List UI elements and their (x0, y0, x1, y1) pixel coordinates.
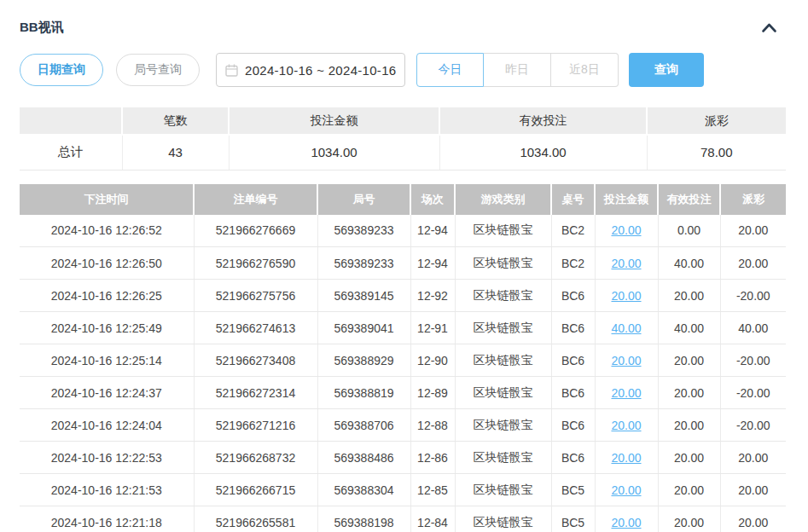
cell-bet-amount: 20.00 (595, 474, 658, 506)
cell-bet-time: 2024-10-16 12:24:37 (20, 377, 194, 409)
cell-game-type: 区块链骰宝 (455, 344, 551, 377)
cell-order-no: 521966272314 (194, 377, 317, 409)
calendar-icon (225, 64, 238, 77)
bet-amount-link[interactable]: 20.00 (611, 419, 641, 432)
cell-table-no: BC6 (551, 377, 595, 409)
cell-round-no: 569389145 (317, 280, 410, 312)
cell-bet-amount: 20.00 (595, 377, 658, 409)
cell-bet-amount: 20.00 (595, 344, 658, 377)
cell-round-no: 569388706 (317, 409, 410, 442)
date-range-value: 2024-10-16 ~ 2024-10-16 (245, 63, 396, 78)
cell-table-no: BC5 (551, 474, 595, 506)
cell-bet-amount: 20.00 (595, 215, 658, 247)
cell-valid-bet: 0.00 (658, 215, 720, 247)
cell-payout: -20.00 (720, 409, 786, 442)
cell-table-no: BC6 (551, 409, 595, 442)
today-button[interactable]: 今日 (416, 53, 484, 87)
cell-valid-bet: 20.00 (658, 409, 720, 442)
bet-amount-link[interactable]: 20.00 (611, 483, 641, 497)
bet-amount-link[interactable]: 20.00 (611, 257, 641, 270)
cell-payout: 40.00 (720, 312, 786, 344)
table-row: 2024-10-16 12:26:52521966276669569389233… (20, 215, 786, 247)
yesterday-button[interactable]: 昨日 (484, 53, 551, 87)
cell-bet-time: 2024-10-16 12:21:53 (20, 474, 194, 506)
collapse-chevron-up-icon[interactable] (761, 22, 786, 33)
date-query-button[interactable]: 日期查询 (20, 54, 103, 86)
table-row: 2024-10-16 12:21:18521966265581569388198… (20, 506, 786, 532)
cell-table-no: BC6 (551, 312, 595, 344)
bet-amount-link[interactable]: 20.00 (611, 451, 641, 465)
cell-payout: 20.00 (720, 442, 786, 474)
records-header-row: 下注时间注单编号局号场次游戏类别桌号投注金额有效投注派彩 (20, 184, 786, 215)
search-button[interactable]: 查询 (629, 53, 704, 87)
summary-total-row: 总计 43 1034.00 1034.00 78.00 (20, 135, 786, 170)
cell-round-no: 569388304 (317, 474, 410, 506)
summary-header-row: 笔数 投注金额 有效投注 派彩 (20, 107, 786, 135)
cell-session: 12-85 (410, 474, 455, 506)
date-range-input[interactable]: 2024-10-16 ~ 2024-10-16 (216, 53, 405, 87)
cell-session: 12-92 (410, 280, 455, 312)
cell-round-no: 569389233 (317, 247, 410, 280)
quick-range-group: 今日 昨日 近8日 (416, 53, 619, 87)
cell-valid-bet: 40.00 (658, 312, 720, 344)
cell-order-no: 521966276590 (194, 247, 317, 280)
summary-total-bet-amount: 1034.00 (229, 135, 439, 170)
cell-payout: -20.00 (720, 344, 786, 377)
cell-order-no: 521966274613 (194, 312, 317, 344)
cell-bet-time: 2024-10-16 12:24:04 (20, 409, 194, 442)
bet-amount-link[interactable]: 20.00 (611, 289, 641, 303)
cell-payout: -20.00 (720, 280, 786, 312)
cell-order-no: 521966271216 (194, 409, 317, 442)
cell-session: 12-94 (410, 247, 455, 280)
panel-header: BB视讯 (20, 19, 786, 36)
round-query-button[interactable]: 局号查询 (116, 54, 200, 86)
cell-order-no: 521966266715 (194, 474, 317, 506)
bet-amount-link[interactable]: 40.00 (611, 321, 641, 335)
summary-col-payout: 派彩 (647, 107, 786, 135)
cell-order-no: 521966276669 (194, 215, 317, 247)
table-row: 2024-10-16 12:22:53521966268732569388486… (20, 442, 786, 474)
bet-amount-link[interactable]: 20.00 (611, 223, 641, 237)
column-header-table-no: 桌号 (551, 184, 595, 215)
cell-game-type: 区块链骰宝 (455, 247, 551, 280)
cell-valid-bet: 20.00 (658, 377, 720, 409)
cell-order-no: 521966265581 (194, 506, 317, 532)
table-row: 2024-10-16 12:25:14521966273408569388929… (20, 344, 786, 377)
cell-session: 12-94 (410, 215, 455, 247)
bet-amount-link[interactable]: 20.00 (611, 516, 641, 529)
cell-bet-amount: 40.00 (595, 312, 658, 344)
cell-round-no: 569388198 (317, 506, 410, 532)
records-body: 2024-10-16 12:26:52521966276669569389233… (20, 215, 786, 532)
cell-game-type: 区块链骰宝 (455, 442, 551, 474)
cell-valid-bet: 20.00 (658, 344, 720, 377)
bb-video-panel: BB视讯 日期查询 局号查询 2024-10-16 ~ 2024-10-16 今… (0, 0, 808, 532)
cell-bet-time: 2024-10-16 12:22:53 (20, 442, 194, 474)
cell-session: 12-91 (410, 312, 455, 344)
cell-valid-bet: 20.00 (658, 506, 720, 532)
summary-total-label: 总计 (20, 135, 122, 170)
bet-amount-link[interactable]: 20.00 (611, 354, 641, 367)
cell-table-no: BC6 (551, 442, 595, 474)
cell-game-type: 区块链骰宝 (455, 215, 551, 247)
cell-game-type: 区块链骰宝 (455, 506, 551, 532)
cell-round-no: 569389233 (317, 215, 410, 247)
cell-round-no: 569388929 (317, 344, 410, 377)
column-header-bet-amount: 投注金额 (595, 184, 658, 215)
records-table: 下注时间注单编号局号场次游戏类别桌号投注金额有效投注派彩 2024-10-16 … (20, 184, 786, 532)
cell-table-no: BC2 (551, 247, 595, 280)
cell-bet-amount: 20.00 (595, 280, 658, 312)
bet-amount-link[interactable]: 20.00 (611, 386, 641, 400)
summary-col-valid-bet: 有效投注 (439, 107, 647, 135)
last-8-days-button[interactable]: 近8日 (551, 53, 619, 87)
cell-round-no: 569388486 (317, 442, 410, 474)
cell-order-no: 521966268732 (194, 442, 317, 474)
column-header-session: 场次 (410, 184, 455, 215)
summary-col-bet-amount: 投注金额 (229, 107, 439, 135)
cell-bet-time: 2024-10-16 12:25:49 (20, 312, 194, 344)
table-row: 2024-10-16 12:24:04521966271216569388706… (20, 409, 786, 442)
cell-table-no: BC5 (551, 506, 595, 532)
cell-table-no: BC6 (551, 344, 595, 377)
cell-bet-time: 2024-10-16 12:25:14 (20, 344, 194, 377)
cell-round-no: 569389041 (317, 312, 410, 344)
cell-session: 12-88 (410, 409, 455, 442)
